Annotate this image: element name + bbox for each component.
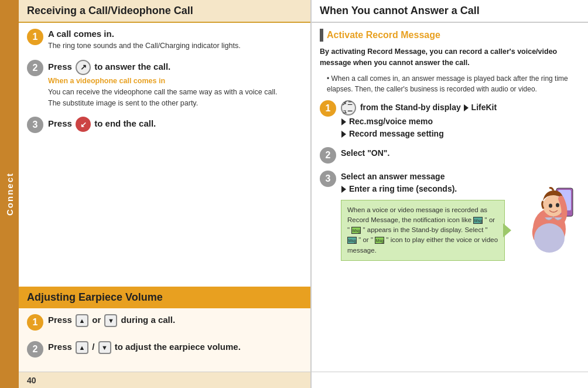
- character-illustration: [527, 171, 580, 272]
- msg-icon-1: Msg: [473, 217, 483, 224]
- intro-text: By activating Record Message, you can re…: [320, 46, 580, 69]
- adj-step-num-1: 1: [27, 314, 43, 331]
- right-step1-content: メニュー from the Stand-by display LifeKit R…: [341, 100, 580, 140]
- right-step3-text1: Select an answer message: [341, 172, 445, 181]
- right-step2-content: Select "ON".: [341, 147, 580, 159]
- step2-suffix: to answer the call.: [94, 62, 170, 72]
- info-box-content: When a voice or video message is recorde…: [347, 205, 498, 256]
- step2-content: Press ↗ to answer the call. When a video…: [48, 60, 302, 109]
- step-1: 1 A call comes in. The ring tone sounds …: [27, 29, 302, 52]
- bullet-text: When a call comes in, an answer message …: [327, 73, 580, 94]
- main-content: Receiving a Call/Videophone Call 1 A cal…: [19, 0, 588, 388]
- adj-step2-prefix: Press: [48, 342, 74, 352]
- right-bottom-bar: [312, 372, 588, 388]
- right-step-2: 2 Select "ON".: [320, 147, 580, 164]
- answer-key-icon: ↗: [76, 60, 91, 75]
- adj-step-num-2: 2: [27, 341, 43, 358]
- right-step-num-3: 3: [320, 171, 336, 187]
- adj-step2-middle: /: [92, 342, 94, 352]
- sidebar-label: Connect: [5, 172, 15, 216]
- up-key2-icon: ▲: [76, 341, 88, 354]
- section1-header: Receiving a Call/Videophone Call: [19, 0, 310, 23]
- right-step1-text4: Record message setting: [349, 129, 444, 138]
- left-top-content: 1 A call comes in. The ring tone sounds …: [19, 23, 310, 287]
- adj-step-2: 2 Press ▲ / ▼ to adjust the earpiece vol…: [27, 341, 302, 358]
- right-step3-title: Select an answer message Enter a ring ti…: [341, 171, 527, 195]
- character-svg: [527, 171, 580, 270]
- columns: Receiving a Call/Videophone Call 1 A cal…: [19, 0, 588, 388]
- down-key-icon: ▼: [104, 314, 117, 327]
- svg-point-4: [534, 223, 565, 253]
- right-step3-content: Select an answer message Enter a ring ti…: [341, 171, 527, 261]
- activate-bar-decoration: [320, 29, 323, 42]
- right-step1-text2: LifeKit: [471, 102, 497, 111]
- right-column: When You cannot Answer a Call Activate R…: [312, 0, 588, 388]
- right-step-num-1: 1: [320, 100, 336, 117]
- sidebar-tab: Connect: [0, 0, 19, 388]
- adj-step1-or: or: [92, 315, 101, 325]
- adj-step1-title: Press ▲ or ▼ during a call.: [48, 314, 302, 327]
- right-step1-text3: Rec.msg/voice memo: [349, 117, 433, 126]
- right-step-1: 1 メニュー from the Stand-by display LifeKit…: [320, 100, 580, 140]
- step-number-3: 3: [27, 117, 43, 133]
- activate-title: Activate Record Message: [327, 30, 440, 40]
- info-box-text: When a voice or video message is recorde…: [347, 205, 498, 256]
- step3-title: Press ↙ to end the call.: [48, 117, 302, 132]
- bottom-bar: 40: [19, 372, 310, 388]
- adj-step2-suffix: to adjust the earpiece volume.: [115, 342, 241, 352]
- right-step1-title: メニュー from the Stand-by display LifeKit R…: [341, 100, 580, 140]
- msg-icon-2: Msg: [351, 227, 361, 234]
- step1-content: A call comes in. The ring tone sounds an…: [48, 29, 302, 52]
- section2-header: Adjusting Earpiece Volume: [19, 287, 310, 308]
- step1-body: The ring tone sounds and the Call/Chargi…: [48, 40, 302, 52]
- step3-suffix: to end the call.: [94, 118, 156, 128]
- arrow-icon-3: [341, 131, 346, 138]
- step2-prefix: Press: [48, 62, 74, 72]
- right-content: Activate Record Message By activating Re…: [312, 23, 588, 372]
- left-bottom-content: 1 Press ▲ or ▼ during a call. 2: [19, 308, 310, 372]
- info-box: When a voice or video message is recorde…: [341, 200, 505, 261]
- step2-title: Press ↗ to answer the call.: [48, 60, 302, 75]
- adj-step2-content: Press ▲ / ▼ to adjust the earpiece volum…: [48, 341, 302, 356]
- step3-content: Press ↙ to end the call.: [48, 117, 302, 134]
- step-3: 3 Press ↙ to end the call.: [27, 117, 302, 134]
- step2-body2: The substitute image is sent to the othe…: [48, 98, 302, 109]
- up-key-icon: ▲: [76, 314, 88, 327]
- adj-step1-prefix: Press: [48, 315, 74, 325]
- right-step-3: 3 Select an answer message Enter a ring …: [320, 171, 580, 272]
- step-number-2: 2: [27, 60, 43, 76]
- end-key-icon: ↙: [76, 117, 91, 132]
- step3-prefix: Press: [48, 118, 74, 128]
- arrow-icon-4: [341, 186, 346, 193]
- arrow-icon-2: [341, 118, 346, 125]
- right-step2-title: Select "ON".: [341, 147, 580, 159]
- adj-step2-title: Press ▲ / ▼ to adjust the earpiece volum…: [48, 341, 302, 354]
- right-step1-text1: from the Stand-by display: [360, 102, 461, 111]
- info-box-arrow: [503, 223, 511, 237]
- svg-point-5: [549, 203, 552, 207]
- step1-title: A call comes in.: [48, 29, 302, 39]
- adj-step1-content: Press ▲ or ▼ during a call.: [48, 314, 302, 329]
- down-key2-icon: ▼: [98, 341, 111, 354]
- menu-icon: メニュー: [341, 100, 356, 115]
- videophone-header: When a videophone call comes in: [48, 77, 302, 85]
- msg-icon-4: Msg: [375, 237, 384, 244]
- msg-icon-3: Msg: [347, 237, 357, 244]
- page-number: 40: [27, 376, 36, 385]
- left-column: Receiving a Call/Videophone Call 1 A cal…: [19, 0, 312, 388]
- adj-step1-suffix: during a call.: [121, 315, 176, 325]
- step-2: 2 Press ↗ to answer the call. When a vid…: [27, 60, 302, 109]
- svg-point-6: [556, 203, 559, 207]
- step2-body1: You can receive the videophone call the …: [48, 87, 302, 98]
- right-header: When You cannot Answer a Call: [312, 0, 588, 23]
- arrow-icon-1: [464, 104, 469, 111]
- activate-header: Activate Record Message: [320, 29, 580, 42]
- adj-step-1: 1 Press ▲ or ▼ during a call.: [27, 314, 302, 331]
- right-step-num-2: 2: [320, 147, 336, 164]
- right-step3-text2: Enter a ring time (seconds).: [349, 184, 457, 193]
- step-number-1: 1: [27, 29, 43, 45]
